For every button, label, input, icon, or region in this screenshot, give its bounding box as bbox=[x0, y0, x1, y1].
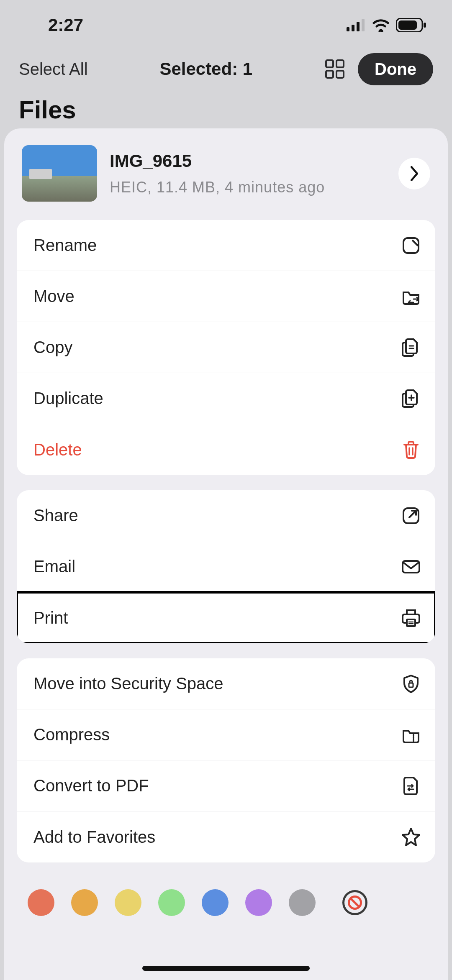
select-all-button[interactable]: Select All bbox=[19, 60, 88, 79]
svg-rect-11 bbox=[403, 238, 419, 253]
color-tag-row bbox=[11, 878, 441, 916]
rename-icon bbox=[401, 235, 421, 256]
battery-icon bbox=[396, 18, 427, 32]
compress-item[interactable]: Compress bbox=[17, 709, 435, 760]
trash-icon bbox=[401, 440, 421, 460]
selected-count: Selected: 1 bbox=[159, 59, 252, 79]
grid-icon bbox=[325, 59, 344, 79]
no-color-icon bbox=[348, 896, 362, 910]
color-tag-blue[interactable] bbox=[202, 889, 229, 916]
duplicate-item[interactable]: Duplicate bbox=[17, 373, 435, 424]
file-details-button[interactable] bbox=[398, 158, 430, 189]
copy-item[interactable]: Copy bbox=[17, 322, 435, 373]
done-button[interactable]: Done bbox=[358, 53, 433, 85]
color-tag-gray[interactable] bbox=[289, 889, 316, 916]
file-thumbnail bbox=[22, 145, 97, 202]
duplicate-label: Duplicate bbox=[33, 389, 103, 408]
convert-pdf-icon bbox=[401, 776, 421, 796]
email-icon bbox=[401, 557, 421, 577]
status-bar: 2:27 bbox=[0, 0, 452, 50]
color-tag-yellow[interactable] bbox=[115, 889, 141, 916]
svg-rect-7 bbox=[326, 60, 333, 67]
grid-view-button[interactable] bbox=[324, 59, 345, 79]
svg-rect-15 bbox=[409, 683, 413, 687]
email-label: Email bbox=[33, 557, 75, 576]
svg-rect-2 bbox=[357, 22, 360, 31]
svg-rect-0 bbox=[347, 27, 349, 31]
print-icon bbox=[401, 608, 421, 628]
email-item[interactable]: Email bbox=[17, 541, 435, 592]
compress-icon bbox=[401, 725, 421, 745]
file-name: IMG_9615 bbox=[110, 151, 386, 171]
rename-label: Rename bbox=[33, 236, 97, 255]
file-header[interactable]: IMG_9615 HEIC, 11.4 MB, 4 minutes ago bbox=[11, 128, 441, 214]
move-item[interactable]: Move bbox=[17, 271, 435, 322]
color-tag-purple[interactable] bbox=[245, 889, 272, 916]
compress-label: Compress bbox=[33, 725, 110, 744]
favorites-label: Add to Favorites bbox=[33, 828, 155, 847]
page-title: Files bbox=[0, 88, 452, 124]
status-icons bbox=[347, 18, 427, 32]
home-indicator[interactable] bbox=[142, 966, 310, 971]
svg-rect-13 bbox=[403, 561, 419, 573]
print-label: Print bbox=[33, 609, 68, 627]
color-tag-green[interactable] bbox=[158, 889, 185, 916]
menu-group-share: Share Email Print bbox=[17, 490, 435, 643]
menu-group-more: Move into Security Space Compress Conver… bbox=[17, 658, 435, 862]
move-security-item[interactable]: Move into Security Space bbox=[17, 658, 435, 709]
svg-rect-14 bbox=[407, 619, 415, 626]
color-tag-red[interactable] bbox=[28, 889, 54, 916]
move-folder-icon bbox=[401, 287, 421, 307]
favorites-item[interactable]: Add to Favorites bbox=[17, 811, 435, 862]
color-tag-orange[interactable] bbox=[71, 889, 98, 916]
copy-icon bbox=[401, 338, 421, 358]
convert-pdf-item[interactable]: Convert to PDF bbox=[17, 760, 435, 811]
cellular-icon bbox=[347, 19, 366, 31]
toolbar: Select All Selected: 1 Done bbox=[0, 50, 452, 88]
action-sheet: IMG_9615 HEIC, 11.4 MB, 4 minutes ago Re… bbox=[4, 128, 448, 980]
copy-label: Copy bbox=[33, 338, 72, 357]
shield-lock-icon bbox=[401, 674, 421, 694]
rename-item[interactable]: Rename bbox=[17, 220, 435, 271]
status-time: 2:27 bbox=[48, 15, 83, 35]
svg-rect-5 bbox=[398, 20, 417, 30]
move-label: Move bbox=[33, 287, 74, 306]
delete-label: Delete bbox=[33, 440, 82, 459]
file-details: HEIC, 11.4 MB, 4 minutes ago bbox=[110, 179, 386, 196]
convert-pdf-label: Convert to PDF bbox=[33, 776, 149, 795]
svg-rect-8 bbox=[336, 60, 344, 67]
wifi-icon bbox=[372, 18, 390, 32]
move-security-label: Move into Security Space bbox=[33, 674, 223, 693]
svg-rect-9 bbox=[326, 71, 333, 78]
svg-rect-1 bbox=[352, 25, 354, 31]
duplicate-icon bbox=[401, 389, 421, 409]
chevron-right-icon bbox=[408, 166, 420, 181]
color-tag-none[interactable] bbox=[342, 890, 367, 915]
share-icon bbox=[401, 506, 421, 526]
star-icon bbox=[401, 827, 421, 847]
menu-group-file-ops: Rename Move Copy Duplicate Delete bbox=[17, 220, 435, 475]
svg-rect-10 bbox=[336, 71, 344, 78]
share-label: Share bbox=[33, 506, 78, 525]
delete-item[interactable]: Delete bbox=[17, 424, 435, 475]
svg-rect-6 bbox=[424, 23, 426, 28]
share-item[interactable]: Share bbox=[17, 490, 435, 541]
svg-rect-3 bbox=[362, 19, 365, 31]
print-item[interactable]: Print bbox=[17, 592, 435, 643]
